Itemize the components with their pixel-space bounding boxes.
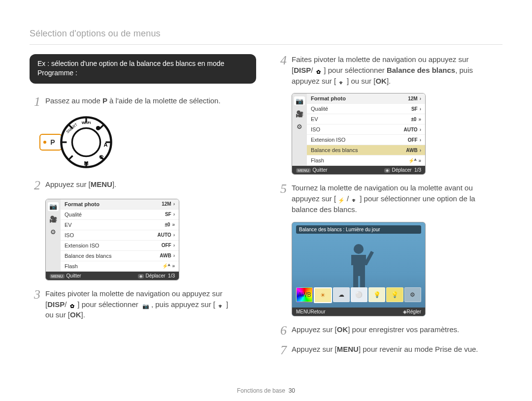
- wb-item: ⚙: [404, 287, 421, 302]
- menu-tabs: 📷 🎥 ⚙: [292, 93, 307, 166]
- wb-item: ⚪: [351, 287, 367, 302]
- wb-preview-screen: Balance des blancs : Lumière du jour AWB…: [292, 222, 426, 316]
- columns: Ex : sélection d'une option de la balanc…: [30, 54, 502, 364]
- flash-icon: ⚡: [336, 197, 347, 205]
- step-text: Appuyez sur [MENU] pour revenir au mode …: [292, 344, 502, 357]
- menu-row-highlighted: Balance des blancsAWB›: [307, 145, 425, 155]
- menu-row: Extension ISOOFF›: [307, 135, 425, 145]
- menu-row: Format photo12M›: [307, 93, 425, 104]
- wb-item: AWB: [296, 287, 313, 302]
- step-text: Faites pivoter la molette de navigation …: [45, 288, 256, 320]
- page-footer: Fonctions de base 30: [0, 387, 532, 394]
- menu-row: Flash⚡ᴬ»: [307, 155, 425, 166]
- camera-menu-screen-2: 📷 🎥 ⚙ Format photo12M› QualitéSF› EV±0» …: [292, 93, 426, 175]
- step-text: Appuyez sur [MENU].: [45, 179, 256, 192]
- wifi-icon: ᯤ: [215, 303, 226, 310]
- left-column: Ex : sélection d'une option de la balanc…: [30, 54, 256, 364]
- macro-icon: ✿: [66, 303, 77, 310]
- step-number: 4: [276, 54, 287, 86]
- mode-dial: P: [39, 115, 256, 169]
- menu-tabs: 📷 🎥 ⚙: [46, 199, 61, 272]
- tab-photo-icon: 📷: [48, 202, 59, 211]
- wb-title: Balance des blancs : Lumière du jour: [296, 225, 421, 234]
- wifi-icon: ᯤ: [349, 197, 360, 205]
- menu-list: Format photo12M› QualitéSF› EV±0» ISOAUT…: [61, 199, 179, 272]
- manual-page: Sélection d'options ou de menus Ex : sél…: [0, 0, 532, 401]
- step-1: 1 Passez au mode P à l'aide de la molett…: [30, 95, 256, 108]
- menu-row: QualitéSF›: [307, 104, 425, 114]
- tab-photo-icon: 📷: [294, 96, 305, 105]
- step-5: 5 Tournez la molette de navigation ou la…: [276, 183, 502, 215]
- svg-text:Wi-Fi: Wi-Fi: [82, 120, 91, 124]
- menu-row: EV±0»: [307, 114, 425, 124]
- right-column: 4 Faites pivoter la molette de navigatio…: [276, 54, 502, 364]
- wb-item-selected: ☀: [314, 287, 332, 303]
- menu-row: ISOAUTO›: [307, 124, 425, 135]
- step-text: Appuyez sur [OK] pour enregistrer vos pa…: [292, 324, 502, 337]
- step-number: 1: [30, 95, 40, 108]
- step-6: 6 Appuyez sur [OK] pour enregistrer vos …: [276, 324, 502, 337]
- menu-list: Format photo12M› QualitéSF› EV±0» ISOAUT…: [307, 93, 425, 166]
- tab-video-icon: 🎥: [48, 215, 59, 224]
- silhouette-icon: [336, 242, 381, 291]
- mode-dial-svg: Wi-Fi SMART A S M: [59, 115, 113, 169]
- macro-icon: ✿: [313, 68, 324, 76]
- svg-point-15: [96, 126, 100, 130]
- step-number: 6: [276, 324, 287, 337]
- menu-row: QualitéSF›: [61, 210, 179, 220]
- svg-point-16: [354, 244, 364, 254]
- menu-row: Extension ISOOFF›: [61, 241, 179, 251]
- wb-option-strip: AWB ☀ ☁ ⚪ 💡 💡 ⚙: [296, 287, 421, 303]
- menu-footer: MENUQuitter ◈Déplacer 1/3: [292, 166, 425, 174]
- step-7: 7 Appuyez sur [MENU] pour revenir au mod…: [276, 344, 502, 357]
- step-2: 2 Appuyez sur [MENU].: [30, 179, 256, 192]
- tab-video-icon: 🎥: [294, 109, 305, 118]
- menu-row: Flash⚡ᴬ»: [61, 261, 179, 272]
- camera-menu-screen-1: 📷 🎥 ⚙ Format photo12M› QualitéSF› EV±0» …: [45, 199, 179, 280]
- wb-item: ☁: [333, 287, 350, 302]
- wb-item: 💡: [386, 287, 403, 302]
- camera-icon: 📷: [140, 303, 151, 310]
- step-number: 5: [276, 183, 287, 215]
- wb-footer: MENURetour ◈Régler: [292, 308, 425, 316]
- step-text: Tournez la molette de navigation ou la m…: [292, 183, 502, 215]
- tab-setup-icon: ⚙: [294, 122, 305, 131]
- step-number: 3: [30, 288, 40, 320]
- tab-setup-icon: ⚙: [48, 228, 59, 237]
- header-rule: [30, 44, 502, 45]
- menu-row: Balance des blancsAWB›: [61, 251, 179, 261]
- step-text: Faites pivoter la molette de navigation …: [292, 54, 502, 86]
- step-number: 7: [276, 344, 287, 357]
- page-section-title: Sélection d'options ou de menus: [30, 29, 161, 39]
- menu-row: Format photo12M›: [61, 199, 179, 210]
- svg-text:A: A: [104, 142, 108, 148]
- svg-text:M: M: [84, 160, 88, 166]
- menu-footer: MENUQuitter ◈Déplacer 1/3: [46, 272, 179, 280]
- step-3: 3 Faites pivoter la molette de navigatio…: [30, 288, 256, 320]
- step-number: 2: [30, 179, 40, 192]
- menu-row: ISOAUTO›: [61, 230, 179, 241]
- menu-row: EV±0»: [61, 220, 179, 230]
- step-4: 4 Faites pivoter la molette de navigatio…: [276, 54, 502, 86]
- wifi-icon: ᯤ: [336, 79, 347, 87]
- example-pill: Ex : sélection d'une option de la balanc…: [30, 54, 256, 84]
- wb-item: 💡: [368, 287, 385, 302]
- step-text: Passez au mode P à l'aide de la molette …: [45, 95, 256, 108]
